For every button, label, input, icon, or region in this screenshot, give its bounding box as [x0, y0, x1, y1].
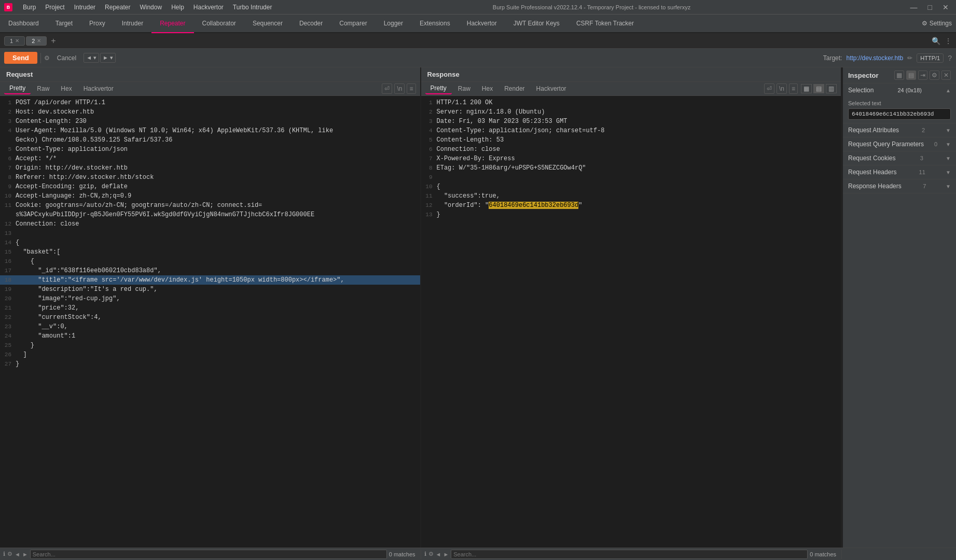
response-code-area[interactable]: 1HTTP/1.1 200 OK 2Server: nginx/1.18.0 (… — [421, 96, 841, 548]
request-tab-hex[interactable]: Hex — [56, 83, 77, 94]
response-tab-hackvertor[interactable]: Hackvertor — [531, 83, 572, 94]
req-line-9: 9Accept-Encoding: gzip, deflate — [0, 182, 420, 191]
request-attrs-label: Request Attributes — [848, 127, 899, 134]
request-search-settings-icon[interactable]: ⚙ — [7, 551, 12, 557]
nav-logger[interactable]: Logger — [376, 15, 411, 33]
response-tab-raw[interactable]: Raw — [453, 83, 476, 94]
inspector-settings-icon[interactable]: ⚙ — [930, 71, 939, 80]
nav-csrf[interactable]: CSRF Token Tracker — [568, 15, 642, 33]
response-tab-hex[interactable]: Hex — [477, 83, 498, 94]
minimize-button[interactable]: — — [907, 2, 921, 12]
request-panel: Request Pretty Raw Hex Hackvertor ⏎ \n ≡… — [0, 67, 421, 548]
titlebar-left: B Burp Project Intruder Repeater Window … — [4, 3, 276, 12]
req-line-20: 20 "image":"red-cup.jpg", — [0, 294, 420, 303]
response-more-icon[interactable]: ≡ — [789, 83, 798, 94]
forward-button[interactable]: ► ▾ — [100, 53, 116, 63]
nav-decoder[interactable]: Decoder — [291, 15, 331, 33]
close-button[interactable]: ✕ — [939, 2, 952, 12]
cancel-button[interactable]: Cancel — [53, 52, 80, 64]
request-search-info-icon[interactable]: ℹ — [3, 551, 5, 557]
menu-project[interactable]: Project — [41, 3, 68, 12]
response-search-forward-icon[interactable]: ► — [443, 551, 449, 557]
menu-turbo[interactable]: Turbo Intruder — [229, 3, 276, 12]
request-attrs-header[interactable]: Request Attributes 2 ▼ — [843, 123, 956, 137]
resp-line-6: 6Connection: close — [421, 145, 841, 154]
titlebar-controls: — □ ✕ — [907, 2, 952, 12]
resp-line-1: 1HTTP/1.1 200 OK — [421, 98, 841, 107]
nav-comparer[interactable]: Comparer — [331, 15, 375, 33]
help-button[interactable]: ? — [948, 54, 952, 62]
cookies-header[interactable]: Request Cookies 3 ▼ — [843, 151, 956, 165]
request-tab-pretty[interactable]: Pretty — [4, 83, 31, 94]
request-headers-header[interactable]: Request Headers 11 ▼ — [843, 165, 956, 179]
inspector-layout-icon-2[interactable]: ▤ — [906, 71, 916, 80]
nav-proxy[interactable]: Proxy — [81, 15, 114, 33]
menu-help[interactable]: Help — [167, 3, 188, 12]
response-word-wrap-icon[interactable]: ⏎ — [764, 83, 774, 94]
response-split-view[interactable]: ▥ — [826, 84, 837, 93]
request-more-icon[interactable]: ≡ — [407, 83, 415, 94]
resp-line-2: 2Server: nginx/1.18.0 (Ubuntu) — [421, 107, 841, 117]
nav-collaborator[interactable]: Collaborator — [194, 15, 244, 33]
nav-repeater[interactable]: Repeater — [151, 15, 193, 33]
inspector-layout-icon-1[interactable]: ▦ — [894, 71, 904, 80]
selected-text-value[interactable]: 64018469e6c141bb32eb693d — [848, 108, 951, 120]
response-search-settings-icon[interactable]: ⚙ — [428, 551, 434, 557]
maximize-button[interactable]: □ — [925, 2, 935, 12]
inspector-indent-icon[interactable]: ⇥ — [918, 71, 927, 80]
request-word-wrap-icon[interactable]: ⏎ — [382, 83, 392, 94]
send-button[interactable]: Send — [4, 52, 37, 64]
gear-icon[interactable]: ⚙ — [44, 54, 50, 62]
resp-line-11: 11 "success":true, — [421, 191, 841, 201]
inspector-selection-header[interactable]: Selection 24 (0x18) ▲ — [843, 83, 956, 97]
request-headers-chevron: ▼ — [946, 170, 951, 175]
search-icon[interactable]: 🔍 — [932, 37, 940, 45]
request-code-area[interactable]: 1POST /api/order HTTP/1.1 2Host: dev.sto… — [0, 96, 420, 548]
menu-intruder[interactable]: Intruder — [70, 3, 100, 12]
menu-burp[interactable]: Burp — [19, 3, 40, 12]
request-tab-hackvertor[interactable]: Hackvertor — [78, 83, 119, 94]
nav-hackvertor[interactable]: Hackvertor — [459, 15, 505, 33]
req-line-5: 5Content-Type: application/json — [0, 145, 420, 154]
request-tab-raw[interactable]: Raw — [32, 83, 54, 94]
request-search-input[interactable] — [30, 550, 387, 559]
add-tab-button[interactable]: + — [48, 36, 59, 46]
resp-line-9: 9 — [421, 173, 841, 182]
settings-button[interactable]: ⚙ Settings — [922, 20, 952, 27]
nav-target[interactable]: Target — [47, 15, 81, 33]
back-button[interactable]: ◄ ▾ — [84, 53, 99, 63]
response-list-view[interactable]: ▤ — [813, 84, 824, 93]
inspector-close-icon[interactable]: ✕ — [941, 71, 951, 80]
nav-intruder[interactable]: Intruder — [114, 15, 151, 33]
response-tab-icons: ⏎ \n ≡ — [764, 83, 798, 94]
menu-hackvertor[interactable]: Hackvertor — [189, 3, 228, 12]
nav-sequencer[interactable]: Sequencer — [244, 15, 291, 33]
request-newline-icon[interactable]: \n — [394, 83, 405, 94]
nav-extensions[interactable]: Extensions — [411, 15, 459, 33]
http-version-selector[interactable]: HTTP/1 — [917, 53, 944, 63]
query-params-header[interactable]: Request Query Parameters 0 ▼ — [843, 137, 956, 151]
nav-dashboard[interactable]: Dashboard — [0, 15, 47, 33]
tab-1-close[interactable]: ✕ — [15, 38, 19, 44]
response-search-info-icon[interactable]: ℹ — [424, 551, 426, 557]
tab-2-close[interactable]: ✕ — [37, 38, 41, 44]
response-headers-chevron: ▼ — [946, 184, 951, 189]
response-headers-header[interactable]: Response Headers 7 ▼ — [843, 179, 956, 193]
request-search-back-icon[interactable]: ◄ — [15, 551, 20, 557]
more-options-icon[interactable]: ⋮ — [945, 37, 952, 45]
menu-window[interactable]: Window — [135, 3, 166, 12]
edit-target-button[interactable]: ✏ — [907, 54, 912, 62]
response-grid-view[interactable]: ▦ — [801, 84, 812, 93]
request-search-forward-icon[interactable]: ► — [22, 551, 28, 557]
response-newline-icon[interactable]: \n — [777, 83, 787, 94]
nav-jwt[interactable]: JWT Editor Keys — [505, 15, 568, 33]
response-search-input[interactable] — [451, 550, 808, 559]
menu-repeater[interactable]: Repeater — [101, 3, 134, 12]
target-url: http://dev.stocker.htb — [846, 54, 903, 62]
response-tab-render[interactable]: Render — [499, 83, 530, 94]
tab-1[interactable]: 1 ✕ — [4, 36, 25, 46]
bottom-search-bar: ℹ ⚙ ◄ ► 0 matches ℹ ⚙ ◄ ► 0 matches — [0, 548, 956, 560]
tab-2[interactable]: 2 ✕ — [26, 36, 47, 46]
response-tab-pretty[interactable]: Pretty — [425, 83, 452, 94]
response-search-back-icon[interactable]: ◄ — [436, 551, 441, 557]
